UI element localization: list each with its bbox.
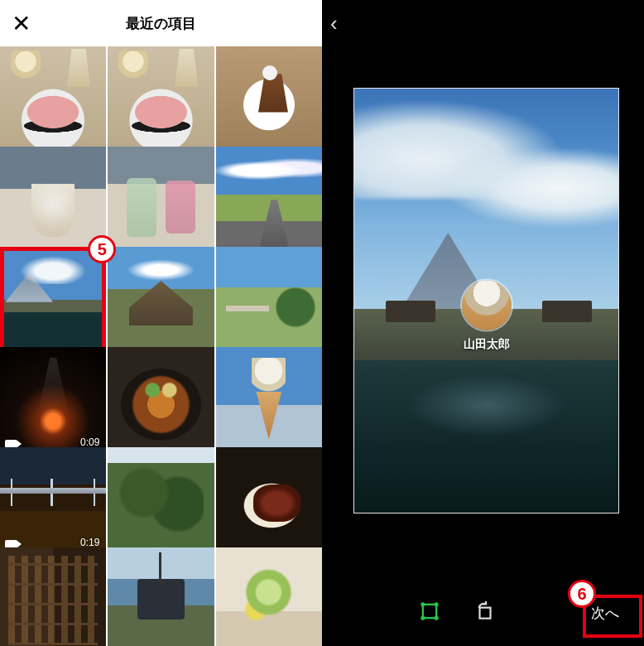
svg-point-2: [435, 603, 438, 605]
avatar-image: [460, 279, 513, 332]
photo-thumb[interactable]: [216, 46, 322, 152]
photo-thumb[interactable]: [216, 147, 322, 253]
photo-thumb[interactable]: [108, 447, 214, 553]
svg-rect-5: [480, 608, 491, 619]
svg-point-3: [421, 617, 424, 619]
crop-canvas[interactable]: 山田太郎: [322, 46, 644, 580]
crop-icon[interactable]: [418, 600, 441, 626]
profile-overlay: 山田太郎: [460, 279, 513, 352]
crop-frame[interactable]: 山田太郎: [353, 88, 619, 513]
picker-title: 最近の項目: [126, 14, 196, 33]
close-icon[interactable]: ✕: [12, 10, 31, 37]
photo-grid: 0:090:19: [0, 46, 322, 646]
photo-thumb[interactable]: 0:19: [0, 447, 106, 553]
photo-thumb[interactable]: [108, 147, 214, 253]
photo-picker-panel: ✕ 最近の項目 0:090:19 5: [0, 0, 322, 646]
rotate-icon[interactable]: [474, 600, 496, 625]
photo-thumb[interactable]: [108, 247, 214, 353]
avatar-name: 山田太郎: [460, 337, 513, 352]
photo-thumb[interactable]: [216, 547, 322, 646]
back-icon[interactable]: ‹: [330, 11, 338, 36]
photo-thumb[interactable]: [0, 247, 106, 353]
editor-toolbar: 次へ 6: [322, 580, 644, 646]
photo-thumb[interactable]: 0:09: [0, 347, 106, 453]
editor-header: ‹: [322, 0, 644, 46]
photo-thumb[interactable]: [0, 547, 106, 646]
picker-header: ✕ 最近の項目: [0, 0, 322, 46]
photo-thumb[interactable]: [216, 447, 322, 553]
svg-rect-0: [423, 605, 436, 618]
editor-panel: ‹ 山田太郎: [322, 0, 644, 646]
photo-thumb[interactable]: [216, 347, 322, 453]
photo-thumb[interactable]: [108, 547, 214, 646]
photo-thumb[interactable]: [0, 147, 106, 253]
annotation-step-6: 6: [568, 580, 596, 608]
photo-thumb[interactable]: [0, 46, 106, 152]
photo-thumb[interactable]: [108, 46, 214, 152]
photo-thumb[interactable]: [216, 247, 322, 353]
photo-thumb[interactable]: [108, 347, 214, 453]
svg-point-1: [421, 603, 424, 605]
svg-point-4: [435, 617, 438, 619]
